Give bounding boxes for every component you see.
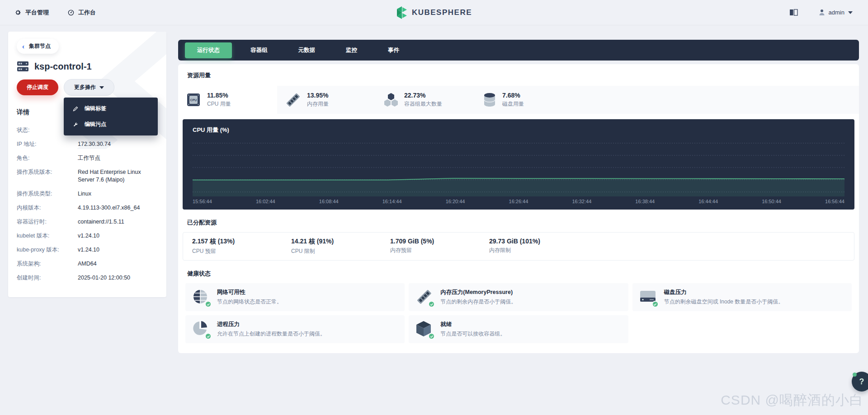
- detail-row-kubelet: kubelet 版本: v1.24.10: [17, 232, 158, 240]
- more-actions-dropdown-menu: 编辑标签 编辑污点: [64, 98, 158, 135]
- metric-tab-disk-usage[interactable]: 7.68% 磁盘用量: [475, 86, 859, 114]
- detail-row-container-runtime: 容器运行时: containerd://1.5.11: [17, 218, 158, 226]
- detail-row-ip: IP 地址: 172.30.30.74: [17, 140, 158, 148]
- menu-item-label: 编辑污点: [85, 121, 106, 128]
- tab-running-status[interactable]: 运行状态: [185, 42, 232, 58]
- user-menu[interactable]: admin: [819, 9, 853, 16]
- health-status-grid: 网络可用性 节点的网络状态是否正常。: [185, 283, 852, 343]
- chart-x-axis: 15:56:44 16:02:44 16:08:44 16:14:44 16:2…: [193, 199, 844, 206]
- pods-icon: [383, 92, 399, 108]
- node-detail-sidebar: ‹ 集群节点 ksp-control-1 停止调度 更多操作 编辑标签 编辑污点…: [8, 32, 166, 297]
- help-floating-button[interactable]: ?: [852, 372, 868, 392]
- csdn-watermark: CSDN @喝醉酒的小白: [721, 391, 863, 410]
- more-actions-button[interactable]: 更多操作: [64, 79, 114, 96]
- alloc-memory-limits: 29.73 GiB (101%) 内存限制: [484, 238, 583, 255]
- detail-row-kernel: 内核版本: 4.19.113-300.el7.x86_64: [17, 204, 158, 212]
- chevron-down-icon: [848, 11, 853, 14]
- health-ok-check-icon: [205, 301, 212, 308]
- alloc-cpu-requests: 2.157 核 (13%) CPU 预留: [187, 238, 286, 255]
- cpu-usage-chart: CPU 用量 (%) 15:56:44 16:02:44 16:08:44 16…: [183, 119, 854, 210]
- metric-value: 13.95%: [307, 92, 329, 99]
- stop-scheduling-button[interactable]: 停止调度: [17, 79, 58, 95]
- health-ok-check-icon: [652, 301, 659, 308]
- health-card-process-pressure: 进程压力 允许在节点上创建的进程数量是否小于阈值。: [185, 315, 405, 343]
- menu-item-edit-labels[interactable]: 编辑标签: [64, 101, 158, 117]
- metric-tab-memory-usage[interactable]: 13.95% 内存用量: [277, 86, 376, 114]
- alloc-cpu-limits: 14.21 核 (91%) CPU 限制: [286, 238, 385, 255]
- running-status-panel: 资源用量 CPU 11.85% CPU 用量: [178, 64, 859, 353]
- health-card-ready: 就绪 节点是否可以接收容器组。: [409, 315, 628, 343]
- memory-icon: [284, 92, 302, 108]
- metric-tab-cpu-usage[interactable]: CPU 11.85% CPU 用量: [178, 86, 277, 114]
- user-avatar-icon: [819, 9, 825, 16]
- tab-pods[interactable]: 容器组: [238, 42, 280, 58]
- gear-icon: [14, 9, 21, 16]
- health-card-network: 网络可用性 节点的网络状态是否正常。: [185, 283, 405, 311]
- wrench-icon: [73, 122, 78, 127]
- metric-label: 磁盘用量: [502, 100, 524, 108]
- metric-label: 内存用量: [307, 100, 329, 108]
- metric-value: 22.73%: [404, 92, 442, 99]
- metric-label: CPU 用量: [207, 100, 231, 108]
- documentation-book-icon[interactable]: [789, 9, 798, 16]
- nav-platform-management[interactable]: 平台管理: [14, 9, 49, 17]
- metric-value: 11.85%: [207, 92, 231, 99]
- metric-label: 容器组最大数量: [404, 100, 442, 108]
- brand-text: KUBESPHERE: [412, 8, 472, 17]
- allocated-resources-row: 2.157 核 (13%) CPU 预留 14.21 核 (91%) CPU 限…: [183, 232, 854, 261]
- page-title-node-name: ksp-control-1: [34, 61, 92, 72]
- status-tab-bar: 运行状态 容器组 元数据 监控 事件: [178, 40, 859, 61]
- back-to-cluster-nodes-button[interactable]: ‹ 集群节点: [17, 39, 59, 54]
- detail-row-kube-proxy: kube-proxy 版本: v1.24.10: [17, 246, 158, 254]
- cpu-icon: CPU: [185, 92, 202, 108]
- health-ok-check-icon: [428, 301, 435, 308]
- nav-workbench[interactable]: 工作台: [68, 9, 96, 17]
- health-card-memory-pressure: 内存压力(MemoryPressure) 节点的剩余内存是否小于阈值。: [409, 283, 628, 311]
- resource-usage-metric-strip: CPU 11.85% CPU 用量: [178, 86, 859, 114]
- details-list: 状态: IP 地址: 172.30.30.74 角色: 工作节点 操作系统版本:…: [17, 126, 158, 282]
- menu-item-label: 编辑标签: [85, 105, 106, 112]
- nav-workbench-label: 工作台: [78, 9, 96, 17]
- health-ok-check-icon: [428, 333, 435, 340]
- tab-events[interactable]: 事件: [376, 42, 411, 58]
- top-bar: 平台管理 工作台 KUBESPHERE admin: [0, 0, 868, 25]
- chevron-left-icon: ‹: [22, 44, 24, 49]
- health-status-section-title: 健康状态: [178, 270, 859, 278]
- svg-text:CPU: CPU: [190, 98, 197, 102]
- chevron-down-icon: [99, 86, 104, 89]
- detail-row-created: 创建时间: 2025-01-20 12:00:50: [17, 274, 158, 282]
- menu-item-edit-taints[interactable]: 编辑污点: [64, 117, 158, 132]
- resource-usage-section-title: 资源用量: [178, 71, 859, 79]
- health-card-disk-pressure: 磁盘压力 节点的剩余磁盘空间或 Inode 数量是否小于阈值。: [632, 283, 852, 311]
- tab-metadata[interactable]: 元数据: [286, 42, 328, 58]
- health-ok-check-icon: [205, 333, 212, 340]
- detail-row-os-type: 操作系统类型: Linux: [17, 190, 158, 198]
- cpu-usage-line-plot: [193, 139, 844, 196]
- kubesphere-logo-icon: [396, 6, 408, 19]
- detail-row-role: 角色: 工作节点: [17, 154, 158, 162]
- more-actions-label: 更多操作: [74, 84, 96, 91]
- detail-row-os-version: 操作系统版本: Red Hat Enterprise Linux Server …: [17, 168, 158, 184]
- alloc-memory-requests: 1.709 GiB (5%) 内存预留: [385, 238, 484, 255]
- notification-dot: [853, 373, 857, 377]
- chart-title: CPU 用量 (%): [193, 126, 844, 134]
- detail-row-arch: 系统架构: AMD64: [17, 260, 158, 268]
- metric-value: 7.68%: [502, 92, 524, 99]
- metric-tab-pod-capacity[interactable]: 22.73% 容器组最大数量: [376, 86, 475, 114]
- dashboard-gauge-icon: [68, 9, 74, 16]
- nav-platform-management-label: 平台管理: [25, 9, 49, 17]
- disk-icon: [482, 92, 497, 108]
- allocated-resources-section-title: 已分配资源: [178, 219, 859, 227]
- back-label: 集群节点: [29, 42, 51, 50]
- node-server-icon: [17, 61, 29, 72]
- main-content: 运行状态 容器组 元数据 监控 事件 资源用量 CPU 11.85% CPU 用…: [178, 40, 859, 353]
- tab-monitoring[interactable]: 监控: [334, 42, 369, 58]
- user-name: admin: [829, 9, 844, 16]
- pencil-icon: [73, 106, 78, 112]
